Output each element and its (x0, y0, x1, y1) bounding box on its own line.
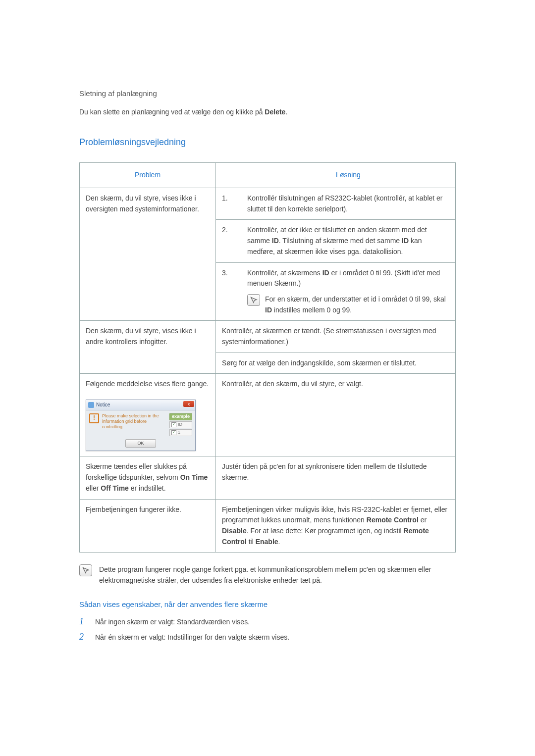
warning-icon: ! (89, 413, 99, 423)
text: til (247, 538, 256, 546)
solution-num: 1. (216, 188, 241, 220)
th-problem: Problem (80, 163, 216, 188)
solution-cell: Kontrollér, at der ikke er tilsluttet en… (241, 220, 456, 262)
list-number: 2 (79, 632, 87, 642)
text: For en skærm, der understøtter et id i o… (265, 295, 446, 303)
close-icon[interactable]: x (183, 401, 194, 407)
problem-cell: Skærme tændes eller slukkes på forskelli… (80, 456, 216, 499)
list-number: 1 (79, 616, 87, 627)
problem-cell: Fjernbetjeningen fungerer ikke. (80, 499, 216, 553)
bold-off-time: Off Time (101, 484, 129, 492)
list-item: 2 Når én skærm er valgt: Indstillinger f… (79, 632, 456, 642)
list-text: Når ingen skærm er valgt: Standardværdie… (95, 618, 250, 626)
troubleshooting-table: Problem Løsning Den skærm, du vil styre,… (79, 162, 456, 553)
problem-cell: Følgende meddelelse vises flere gange. N… (80, 374, 216, 456)
text: 1 (178, 429, 180, 436)
bold-id: ID (402, 237, 409, 245)
bold-id: ID (322, 269, 329, 277)
ok-button[interactable]: OK (125, 439, 156, 448)
note-text: For en skærm, der understøtter et id i o… (265, 294, 449, 315)
footer-note-text: Dette program fungerer nogle gange forke… (99, 564, 456, 586)
text: Kontrollér, at skærmens (247, 269, 322, 277)
th-num (216, 163, 241, 188)
subsection-title-properties: Sådan vises egenskaber, når der anvendes… (79, 600, 456, 608)
text: . Tilslutning af skærme med det samme (279, 237, 402, 245)
bold-remote-control: Remote Control (367, 516, 419, 524)
solution-cell: Kontrollér tilslutningen af RS232C-kable… (241, 188, 456, 220)
subheading-delete-plan: Sletning af planlægning (79, 89, 456, 98)
text: Du kan slette en planlægning ved at vælg… (79, 108, 265, 116)
text: indstilles mellem 0 og 99. (272, 306, 352, 314)
solution-cell: Fjernbetjeningen virker muligvis ikke, h… (216, 499, 456, 553)
text: er indstillet. (129, 484, 166, 492)
bold-id: ID (272, 237, 279, 245)
dialog-app-icon (88, 402, 94, 408)
solution-num: 3. (216, 262, 241, 321)
problem-cell: Den skærm, du vil styre, vises ikke i ov… (80, 188, 216, 321)
list-item: 1 Når ingen skærm er valgt: Standardværd… (79, 616, 456, 627)
solution-cell: Kontrollér, at skærmen er tændt. (Se str… (216, 321, 456, 353)
paragraph-delete-plan: Du kan slette en planlægning ved at vælg… (79, 106, 456, 117)
bold-enable: Enable (256, 538, 278, 546)
solution-cell: Kontrollér, at skærmens ID er i området … (241, 262, 456, 321)
chip-one: ✓1 (169, 429, 192, 436)
section-title-troubleshooting: Problemløsningsvejledning (79, 137, 456, 148)
footer-note: Dette program fungerer nogle gange forke… (79, 564, 456, 586)
bold-delete: Delete (265, 108, 285, 116)
solution-cell: Kontrollér, at den skærm, du vil styre, … (216, 374, 456, 456)
dialog-notice: Notice x ! Please make selection in the … (86, 400, 196, 451)
dialog-titlebar: Notice x (86, 400, 195, 410)
bold-id: ID (265, 306, 272, 314)
chip-example: example (169, 413, 192, 420)
bold-disable: Disable (222, 527, 247, 535)
note-row: For en skærm, der understøtter et id i o… (247, 294, 449, 315)
solution-cell: Sørg for at vælge den indgangskilde, som… (216, 353, 456, 374)
text: Skærme tændes eller slukkes på forskelli… (86, 462, 187, 481)
solution-num: 2. (216, 220, 241, 262)
numbered-list: 1 Når ingen skærm er valgt: Standardværd… (79, 616, 456, 642)
text: Følgende meddelelse vises flere gange. (86, 380, 209, 388)
problem-cell: Den skærm, du vil styre, vises ikke i an… (80, 321, 216, 374)
solution-cell: Justér tiden på pc'en for at synkroniser… (216, 456, 456, 499)
text: ID (178, 421, 182, 428)
text: er (419, 516, 427, 524)
text: eller (86, 484, 101, 492)
text: . (278, 538, 280, 546)
text: . (285, 108, 287, 116)
th-solution: Løsning (241, 163, 456, 188)
text: . For at løse dette: Kør programmet igen… (247, 527, 404, 535)
chip-id: ✓ID (169, 421, 192, 428)
list-text: Når én skærm er valgt: Indstillinger for… (95, 633, 289, 641)
dialog-message: Please make selection in the information… (102, 413, 166, 436)
dialog-title-text: Notice (96, 401, 110, 409)
checkbox-icon: ✓ (171, 430, 176, 435)
note-icon (79, 564, 92, 576)
bold-on-time: On Time (180, 473, 208, 481)
checkbox-icon: ✓ (171, 422, 176, 427)
note-icon (247, 294, 260, 306)
